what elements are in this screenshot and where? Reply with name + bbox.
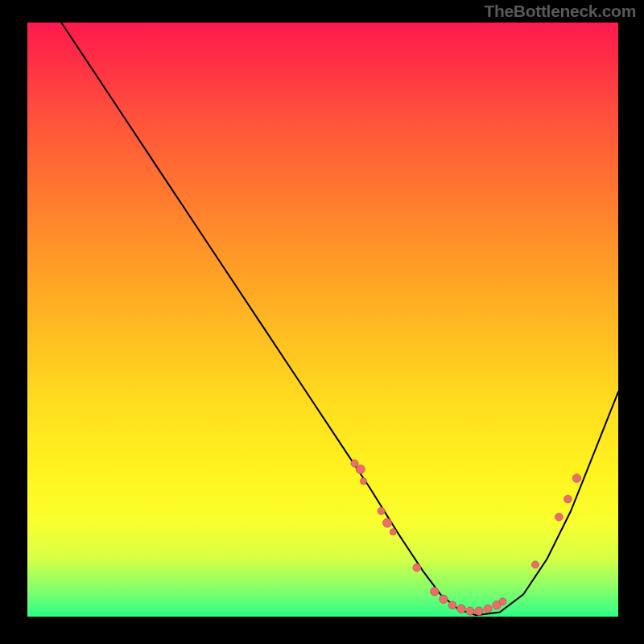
curve-marker	[484, 605, 492, 613]
curve-marker	[499, 598, 506, 605]
curve-layer	[26, 23, 618, 618]
curve-marker	[431, 588, 439, 596]
curve-marker	[378, 507, 385, 514]
curve-marker	[466, 607, 474, 615]
curve-marker	[440, 595, 448, 603]
curve-marker	[448, 601, 456, 609]
curve-markers	[351, 460, 581, 615]
chart-frame: TheBottleneck.com	[0, 0, 644, 644]
curve-marker	[572, 474, 580, 482]
curve-marker	[351, 460, 358, 467]
curve-marker	[383, 518, 392, 527]
curve-marker	[413, 564, 421, 572]
watermark-text: TheBottleneck.com	[484, 2, 636, 21]
curve-marker	[532, 561, 539, 568]
curve-marker	[555, 513, 564, 521]
curve-marker	[361, 478, 367, 485]
plot-area	[26, 23, 618, 618]
bottleneck-curve	[61, 23, 618, 615]
curve-marker	[457, 605, 465, 613]
curve-marker	[475, 607, 483, 615]
curve-marker	[356, 465, 365, 474]
curve-marker	[564, 495, 572, 503]
curve-marker	[390, 529, 396, 535]
